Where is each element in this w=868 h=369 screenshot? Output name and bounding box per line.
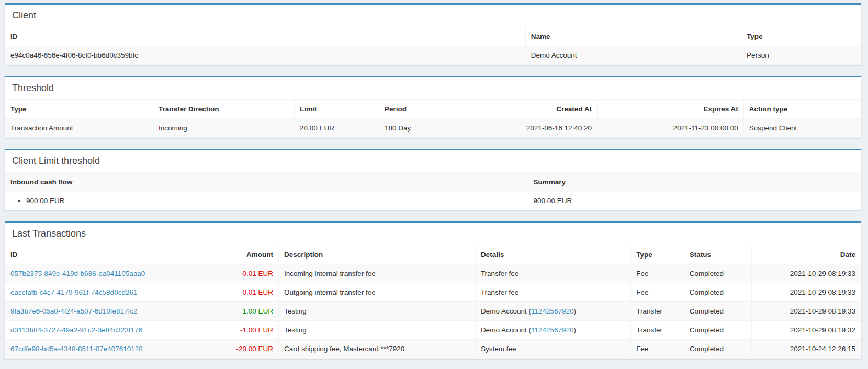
threshold-header-limit: Limit: [294, 100, 379, 119]
transaction-row: d3113b84-3727-49a2-91c2-3e84c323f176 -1.…: [5, 321, 861, 340]
transaction-amount: -0.01 EUR: [240, 270, 273, 277]
transactions-header-details: Details: [475, 245, 630, 264]
threshold-header-period: Period: [379, 100, 449, 119]
threshold-header-action-type: Action type: [743, 100, 861, 119]
transaction-details-account-link[interactable]: 11242567920: [531, 307, 574, 315]
transaction-details: Transfer fee: [475, 264, 630, 283]
threshold-header-created-at: Created At: [449, 100, 598, 119]
transaction-id-link[interactable]: 67cdfe98-bd5a-4348-8511-07e407610128: [10, 345, 143, 353]
transaction-amount: -20.00 EUR: [236, 345, 273, 353]
threshold-card: Threshold Type Transfer Direction Limit …: [4, 76, 862, 138]
threshold-action-type-value: Suspend Client: [743, 119, 861, 138]
transaction-row: 057b2375-849e-419d-b686-ea041105aaa0 -0.…: [5, 264, 861, 283]
client-name-value: Demo Account: [525, 46, 741, 65]
transaction-details: Demo Account (11242567920): [475, 321, 630, 340]
transaction-id-link[interactable]: d3113b84-3727-49a2-91c2-3e84c323f176: [10, 326, 142, 334]
transaction-date: 2021-10-29 08:19:33: [751, 302, 861, 321]
transactions-header-status: Status: [684, 245, 751, 264]
transaction-type: Fee: [631, 264, 684, 283]
transaction-amount: -1.00 EUR: [240, 326, 273, 334]
threshold-header-transfer-direction: Transfer Direction: [153, 100, 295, 119]
transaction-description: Incoming internal transfer fee: [278, 264, 475, 283]
client-limit-header-inbound: Inbound cash flow: [5, 173, 528, 192]
client-limit-card-title: Client Limit threshold: [5, 150, 861, 172]
client-card-title: Client: [5, 5, 861, 27]
client-limit-inbound-cell: 900.00 EUR: [5, 192, 528, 210]
client-limit-summary-value: 900.00 EUR: [528, 192, 861, 210]
transaction-status: Completed: [684, 302, 751, 321]
client-type-value: Person: [741, 46, 861, 65]
transaction-description: Testing: [278, 302, 475, 321]
client-limit-table-header-row: Inbound cash flow Summary: [5, 173, 861, 192]
transactions-table-header-row: ID Amount Description Details Type Statu…: [5, 245, 861, 264]
transaction-row: 9fa3b7e6-05a0-4f24-a507-6d10fe817fc2 1.0…: [5, 302, 861, 321]
client-id-value: e94c0a46-656e-4f06-8cf0-bb6d0c359bfc: [5, 46, 526, 65]
transaction-status: Completed: [684, 340, 751, 359]
transaction-date: 2021-10-29 08:19:33: [751, 283, 861, 302]
transaction-details: Transfer fee: [475, 283, 630, 302]
threshold-table: Type Transfer Direction Limit Period Cre…: [5, 99, 861, 138]
transaction-row: eaccfafb-c4c7-4179-961f-74c58d0cd261 -0.…: [5, 283, 861, 302]
threshold-expires-at-value: 2021-11-23 00:00:00: [598, 119, 744, 138]
last-transactions-card-title: Last Transactions: [5, 223, 861, 245]
transactions-header-type: Type: [631, 245, 684, 264]
client-limit-card: Client Limit threshold Inbound cash flow…: [4, 149, 862, 211]
client-limit-table: Inbound cash flow Summary 900.00 EUR 900…: [5, 172, 861, 210]
transaction-amount: 1.00 EUR: [242, 307, 273, 315]
transactions-header-amount: Amount: [218, 245, 278, 264]
threshold-header-expires-at: Expires At: [598, 100, 744, 119]
transaction-details-account-name: Demo Account (: [481, 307, 531, 315]
threshold-period-value: 180 Day: [379, 119, 449, 138]
transaction-description: Card shipping fee, Mastercard ***7920: [278, 340, 475, 359]
client-limit-row: 900.00 EUR 900.00 EUR: [5, 192, 861, 210]
transaction-description: Outgoing internal transfer fee: [278, 283, 475, 302]
threshold-transfer-direction-value: Incoming: [153, 119, 295, 138]
last-transactions-card: Last Transactions ID Amount Description …: [4, 221, 862, 359]
transactions-header-date: Date: [751, 245, 861, 264]
transaction-type: Transfer: [631, 321, 684, 340]
transactions-header-description: Description: [278, 245, 475, 264]
client-header-type: Type: [741, 27, 861, 46]
threshold-table-header-row: Type Transfer Direction Limit Period Cre…: [5, 100, 861, 119]
inbound-cashflow-item: 900.00 EUR: [26, 197, 523, 205]
transaction-id-link[interactable]: 057b2375-849e-419d-b686-ea041105aaa0: [10, 270, 145, 277]
client-table: ID Name Type e94c0a46-656e-4f06-8cf0-bb6…: [5, 27, 861, 65]
client-limit-header-summary: Summary: [528, 173, 861, 192]
transactions-header-id: ID: [5, 245, 218, 264]
threshold-header-type: Type: [5, 100, 153, 119]
client-card: Client ID Name Type e94c0a46-656e-4f06-8…: [4, 3, 862, 65]
threshold-type-value: Transaction Amount: [5, 119, 153, 138]
page-content: Client ID Name Type e94c0a46-656e-4f06-8…: [0, 0, 868, 359]
inbound-cashflow-list: 900.00 EUR: [10, 197, 523, 205]
threshold-limit-value: 20.00 EUR: [294, 119, 379, 138]
transaction-type: Fee: [631, 283, 684, 302]
transaction-details: System fee: [475, 340, 630, 359]
transaction-status: Completed: [684, 264, 751, 283]
transaction-date: 2021-10-24 12:26:15: [751, 340, 861, 359]
transaction-id-link[interactable]: eaccfafb-c4c7-4179-961f-74c58d0cd261: [10, 288, 137, 296]
transaction-date: 2021-10-29 08:19:32: [751, 321, 861, 340]
transaction-amount: -0.01 EUR: [240, 288, 273, 296]
threshold-created-at-value: 2021-06-16 12:40:20: [449, 119, 598, 138]
transaction-date: 2021-10-29 08:19:33: [751, 264, 861, 283]
client-table-header-row: ID Name Type: [5, 27, 861, 46]
transaction-status: Completed: [684, 321, 751, 340]
threshold-card-title: Threshold: [5, 77, 861, 99]
client-header-id: ID: [5, 27, 526, 46]
client-row: e94c0a46-656e-4f06-8cf0-bb6d0c359bfc Dem…: [5, 46, 861, 65]
transaction-description: Testing: [278, 321, 475, 340]
transaction-status: Completed: [684, 283, 751, 302]
transaction-details-account-link[interactable]: 11242567920: [531, 326, 574, 334]
transaction-details-account-name: Demo Account (: [481, 326, 531, 334]
transaction-type: Fee: [631, 340, 684, 359]
client-header-name: Name: [525, 27, 741, 46]
transaction-row: 67cdfe98-bd5a-4348-8511-07e407610128 -20…: [5, 340, 861, 359]
transaction-type: Transfer: [631, 302, 684, 321]
transaction-details: Demo Account (11242567920): [475, 302, 630, 321]
threshold-row: Transaction Amount Incoming 20.00 EUR 18…: [5, 119, 861, 138]
transaction-id-link[interactable]: 9fa3b7e6-05a0-4f24-a507-6d10fe817fc2: [10, 307, 137, 315]
transactions-table: ID Amount Description Details Type Statu…: [5, 245, 861, 359]
